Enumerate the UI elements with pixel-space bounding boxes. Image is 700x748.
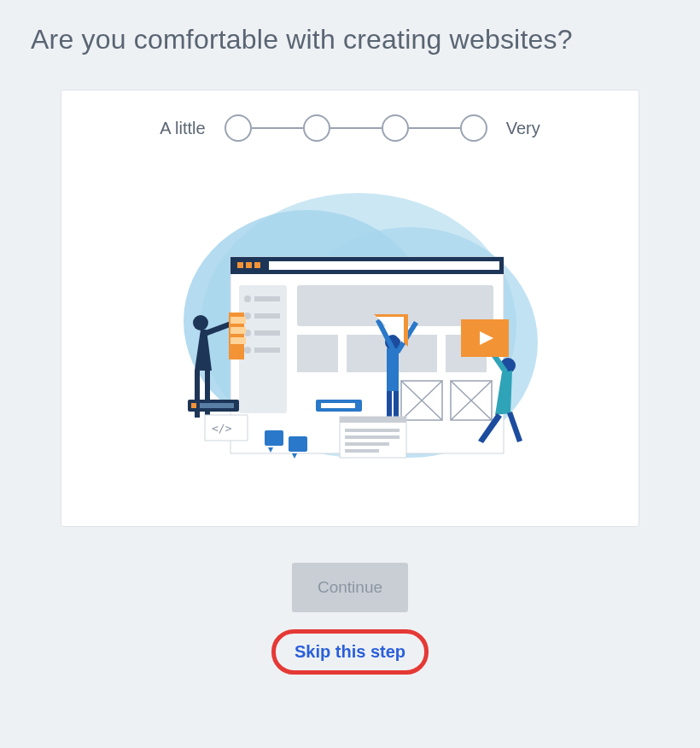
svg-rect-5 — [237, 262, 243, 268]
svg-text:</>: </> — [212, 422, 232, 435]
svg-rect-37 — [387, 348, 399, 391]
onboarding-step: Are you comfortable with creating websit… — [0, 0, 700, 698]
svg-rect-6 — [246, 262, 252, 268]
svg-point-16 — [244, 347, 251, 354]
svg-rect-55 — [345, 435, 400, 439]
comfort-card: A little Very — [61, 90, 639, 527]
scale-step-3[interactable] — [382, 114, 409, 142]
skip-highlight-ring: Skip this step — [271, 629, 429, 675]
svg-rect-20 — [347, 335, 388, 372]
website-builder-svg: </> — [154, 176, 546, 483]
website-builder-illustration: </> — [154, 176, 546, 483]
svg-rect-33 — [230, 317, 246, 324]
svg-rect-13 — [254, 313, 280, 318]
svg-rect-54 — [345, 429, 400, 432]
svg-rect-11 — [254, 296, 280, 301]
actions: Continue Skip this step — [31, 563, 669, 675]
comfort-scale: A little Very — [61, 114, 639, 142]
svg-rect-19 — [297, 335, 338, 372]
svg-rect-17 — [254, 348, 280, 353]
scale-connector — [409, 127, 460, 129]
svg-rect-47 — [200, 403, 234, 408]
illustration-wrap: </> — [61, 176, 639, 483]
svg-rect-15 — [254, 330, 280, 336]
svg-rect-57 — [345, 449, 379, 453]
svg-point-29 — [193, 315, 208, 330]
scale-max-label: Very — [506, 119, 540, 138]
svg-rect-51 — [321, 403, 355, 408]
svg-point-10 — [244, 295, 251, 302]
svg-rect-56 — [345, 442, 389, 446]
scale-step-2[interactable] — [303, 114, 330, 142]
svg-rect-35 — [230, 337, 246, 344]
svg-rect-58 — [265, 430, 283, 446]
skip-link[interactable]: Skip this step — [295, 642, 405, 661]
question-title: Are you comfortable with creating websit… — [31, 24, 669, 56]
svg-rect-60 — [289, 436, 307, 452]
svg-rect-34 — [230, 327, 246, 334]
svg-rect-7 — [254, 262, 260, 268]
scale-connector — [252, 127, 303, 129]
svg-rect-46 — [191, 403, 196, 408]
scale-track — [225, 114, 487, 142]
svg-rect-53 — [340, 417, 406, 423]
scale-min-label: A little — [160, 119, 205, 138]
svg-rect-8 — [269, 261, 499, 270]
scale-step-1[interactable] — [225, 114, 252, 142]
continue-button[interactable]: Continue — [292, 563, 408, 612]
scale-connector — [330, 127, 382, 129]
svg-marker-61 — [292, 453, 297, 459]
scale-step-4[interactable] — [460, 114, 487, 142]
